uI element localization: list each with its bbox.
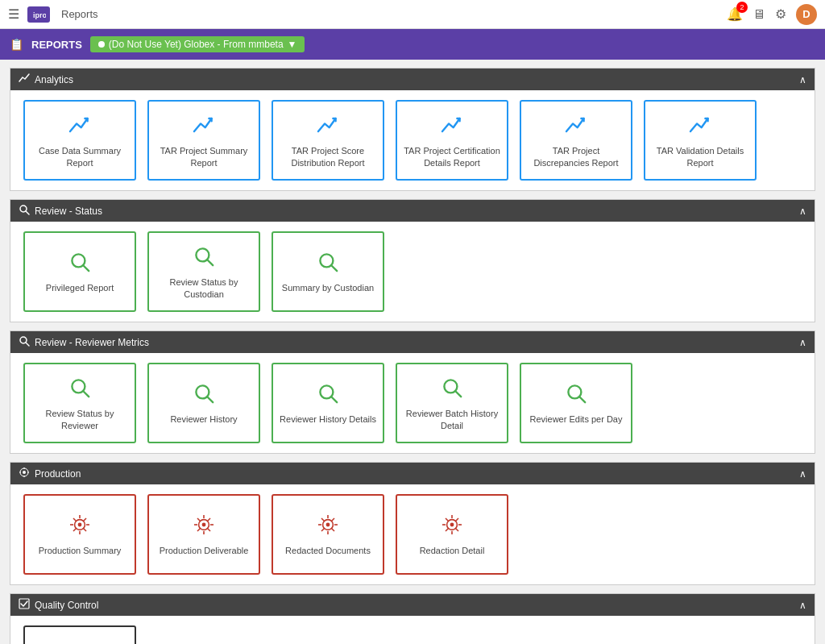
svg-line-19 — [455, 391, 461, 397]
report-card-production-summary[interactable]: Production Summary — [23, 494, 136, 575]
page-title: Reports — [61, 8, 98, 20]
report-card-privileged-report[interactable]: Privileged Report — [23, 231, 136, 312]
report-card-reviewer-batch-history[interactable]: Reviewer Batch History Detail — [396, 363, 508, 443]
section-label-production: Production — [35, 468, 81, 480]
section-header-production: Production∧ — [10, 463, 815, 484]
card-icon-reviewer-history — [191, 380, 217, 409]
report-card-reviewer-history[interactable]: Reviewer History — [147, 363, 260, 443]
collapse-button-review-reviewer-metrics[interactable]: ∧ — [799, 337, 806, 348]
card-icon-review-status-custodian — [191, 243, 217, 272]
settings-icon-btn[interactable]: ⚙ — [775, 6, 786, 22]
gear-icon: ⚙ — [775, 7, 786, 21]
section-content-review-reviewer-metrics: Review Status by Reviewer Reviewer Histo… — [10, 353, 815, 453]
svg-line-52 — [321, 528, 325, 531]
card-icon-reviewer-edits-per-day — [563, 380, 589, 409]
section-review-reviewer-metrics: Review - Reviewer Metrics∧ Review Status… — [10, 330, 815, 454]
report-card-tar-certification-details[interactable]: TAR Project Certification Details Report — [396, 100, 508, 181]
section-label-review-status: Review - Status — [35, 206, 102, 217]
card-label-tar-score-distribution: TAR Project Score Distribution Report — [280, 145, 376, 168]
report-card-production-deliverable[interactable]: Production Deliverable — [147, 494, 260, 575]
svg-line-42 — [197, 528, 201, 531]
card-label-reviewer-history-details: Reviewer History Details — [280, 413, 376, 425]
svg-line-11 — [26, 343, 29, 346]
card-label-reviewer-edits-per-day: Reviewer Edits per Day — [530, 413, 623, 425]
card-icon-reviewer-batch-history — [439, 375, 465, 403]
report-card-tar-validation-details[interactable]: TAR Validation Details Report — [644, 100, 757, 181]
svg-point-22 — [23, 471, 26, 474]
collapse-button-production[interactable]: ∧ — [799, 468, 806, 480]
card-label-privileged-report: Privileged Report — [46, 282, 114, 293]
card-label-summary-custodian: Summary by Custodian — [282, 282, 374, 293]
project-status-dot — [98, 41, 105, 48]
card-label-redaction-detail: Redaction Detail — [420, 545, 485, 556]
report-card-case-data-summary[interactable]: Case Data Summary Report — [23, 100, 136, 181]
report-card-redaction-detail[interactable]: Redaction Detail — [396, 494, 508, 575]
card-icon-case-data-summary — [67, 112, 93, 140]
svg-line-3 — [26, 211, 29, 214]
sub-nav: 📋 REPORTS (Do Not Use Yet) Globex - From… — [0, 29, 825, 60]
collapse-button-quality-control[interactable]: ∧ — [799, 600, 806, 611]
section-icon-production — [19, 467, 30, 480]
user-avatar[interactable]: D — [796, 4, 817, 25]
svg-line-40 — [197, 518, 201, 521]
svg-line-30 — [73, 518, 77, 521]
hamburger-menu[interactable]: ☰ — [8, 6, 19, 22]
card-icon-redaction-detail — [439, 512, 465, 540]
card-icon-tar-score-distribution — [315, 112, 341, 140]
card-label-reviewer-batch-history: Reviewer Batch History Detail — [404, 408, 500, 431]
section-analytics: Analytics∧ Case Data Summary Report TAR … — [10, 68, 815, 191]
monitor-icon-btn[interactable]: 🖥 — [752, 7, 765, 22]
notification-bell[interactable]: 🔔 2 — [727, 6, 743, 22]
card-label-review-status-reviewer: Review Status by Reviewer — [31, 408, 128, 431]
section-content-analytics: Case Data Summary Report TAR Project Sum… — [10, 90, 815, 190]
card-icon-privileged-report — [67, 249, 93, 277]
report-card-review-status-reviewer[interactable]: Review Status by Reviewer — [23, 363, 136, 443]
card-label-tar-discrepancies: TAR Project Discrepancies Report — [528, 145, 624, 168]
svg-line-7 — [207, 260, 213, 265]
collapse-button-review-status[interactable]: ∧ — [799, 206, 806, 217]
report-card-review-status-custodian[interactable]: Review Status by Custodian — [147, 231, 260, 312]
card-icon-redacted-documents — [315, 512, 341, 540]
card-icon-tar-project-summary — [191, 112, 217, 140]
svg-line-63 — [455, 528, 458, 531]
main-content: Analytics∧ Case Data Summary Report TAR … — [0, 60, 825, 644]
report-card-tar-project-summary[interactable]: TAR Project Summary Report — [147, 100, 260, 181]
dropdown-arrow-icon: ▼ — [288, 39, 297, 50]
section-header-review-status: Review - Status∧ — [10, 200, 815, 222]
card-label-production-summary: Production Summary — [39, 545, 122, 556]
svg-line-5 — [83, 265, 89, 271]
section-header-left-analytics: Analytics — [19, 73, 73, 86]
card-icon-summary-custodian — [315, 249, 341, 277]
card-label-tar-validation-details: TAR Validation Details Report — [652, 145, 748, 168]
section-content-quality-control: Gap Report — [10, 616, 815, 644]
card-label-case-data-summary: Case Data Summary Report — [31, 145, 128, 168]
svg-line-41 — [207, 518, 210, 521]
section-header-analytics: Analytics∧ — [10, 69, 815, 90]
section-production: Production∧ Production Summary Productio… — [10, 462, 815, 585]
report-card-tar-score-distribution[interactable]: TAR Project Score Distribution Report — [272, 100, 384, 181]
section-icon-review-status — [19, 204, 30, 218]
card-icon-tar-validation-details — [687, 112, 713, 140]
card-icon-tar-certification-details — [439, 112, 465, 140]
section-header-left-review-status: Review - Status — [19, 204, 102, 218]
logo-icon: ipro — [27, 6, 50, 23]
report-card-tar-discrepancies[interactable]: TAR Project Discrepancies Report — [520, 100, 632, 181]
svg-line-43 — [207, 528, 210, 531]
svg-text:ipro: ipro — [33, 11, 46, 19]
report-card-gap-report[interactable]: Gap Report — [23, 625, 136, 644]
svg-line-50 — [321, 518, 325, 521]
collapse-button-analytics[interactable]: ∧ — [799, 74, 806, 85]
report-card-reviewer-edits-per-day[interactable]: Reviewer Edits per Day — [520, 363, 632, 443]
report-card-redacted-documents[interactable]: Redacted Documents — [272, 494, 384, 575]
svg-line-21 — [579, 397, 585, 402]
section-header-review-reviewer-metrics: Review - Reviewer Metrics∧ — [10, 331, 815, 353]
project-selector[interactable]: (Do Not Use Yet) Globex - From mmbeta ▼ — [90, 36, 305, 52]
section-quality-control: Quality Control∧ Gap Report — [10, 593, 815, 644]
card-icon-review-status-reviewer — [67, 375, 93, 403]
report-card-reviewer-history-details[interactable]: Reviewer History Details — [272, 363, 384, 443]
section-icon-analytics — [19, 73, 30, 86]
svg-line-33 — [83, 528, 86, 531]
report-card-summary-custodian[interactable]: Summary by Custodian — [272, 231, 384, 312]
svg-point-59 — [450, 523, 454, 527]
monitor-icon: 🖥 — [752, 7, 765, 21]
